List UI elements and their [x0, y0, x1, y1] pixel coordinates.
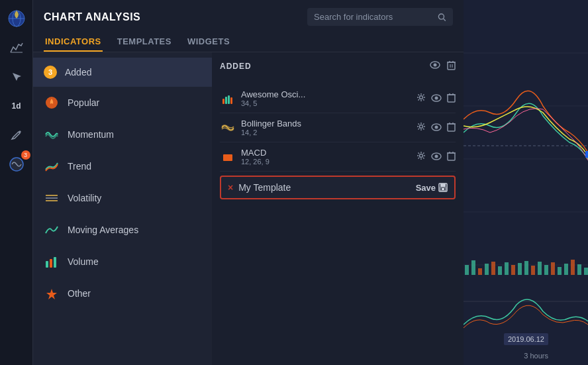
visibility-all-icon[interactable]: [430, 60, 440, 72]
svg-rect-23: [222, 99, 224, 104]
oscillator-badge: 3: [21, 150, 30, 160]
tab-indicators[interactable]: INDICATORS: [44, 32, 103, 52]
category-label-added: Added: [65, 67, 91, 78]
chart-svg: [464, 0, 588, 365]
indicator-info-macd: MACD 12, 26, 9: [241, 148, 411, 166]
svg-point-5: [439, 14, 444, 19]
app-title: CHART ANALYSIS: [44, 11, 140, 23]
svg-rect-67: [511, 265, 515, 275]
template-save-button[interactable]: Save: [416, 183, 448, 193]
svg-rect-68: [518, 263, 522, 275]
indicator-name-1: Bollinger Bands: [241, 119, 411, 129]
category-item-moving-averages[interactable]: Moving Averages: [33, 214, 212, 246]
search-bar[interactable]: [307, 8, 453, 26]
svg-rect-63: [485, 264, 489, 275]
category-item-popular[interactable]: Popular: [33, 87, 212, 119]
panel-header: ADDED: [220, 60, 456, 78]
added-badge: 3: [44, 66, 57, 79]
visibility-icon-0[interactable]: [431, 93, 442, 104]
indicator-name-0: Awesome Osci...: [241, 89, 411, 99]
category-item-added[interactable]: 3 Added: [33, 58, 212, 87]
svg-rect-12: [50, 259, 52, 268]
indicator-info-bollinger: Bollinger Bands 14, 2: [241, 119, 411, 136]
svg-rect-73: [551, 262, 555, 275]
other-icon: [44, 286, 60, 301]
save-disk-icon: [438, 183, 448, 192]
category-label-other: Other: [68, 288, 91, 299]
popular-icon: [44, 95, 60, 111]
pencil-icon[interactable]: [5, 123, 28, 147]
visibility-icon-2[interactable]: [431, 152, 442, 162]
chart-date-label: 2019.06.12: [504, 333, 548, 345]
category-label-momentum: Momentum: [68, 129, 114, 140]
header: CHART ANALYSIS INDICATORS TEMPLATES WIDG…: [33, 0, 464, 52]
oscillator-icon[interactable]: 3: [5, 152, 28, 176]
globe-icon[interactable]: [5, 7, 28, 30]
svg-rect-52: [442, 188, 444, 190]
save-label: Save: [416, 183, 436, 193]
visibility-icon-1[interactable]: [431, 123, 442, 133]
delete-icon-0[interactable]: [447, 93, 456, 105]
header-title-area: CHART ANALYSIS: [44, 11, 140, 23]
svg-line-6: [444, 19, 446, 21]
svg-point-29: [435, 96, 438, 99]
volume-icon: [44, 254, 60, 270]
indicator-actions-1: [416, 122, 456, 134]
category-item-momentum[interactable]: Momentum: [33, 119, 212, 150]
svg-point-27: [420, 96, 423, 99]
svg-rect-70: [531, 266, 535, 275]
category-label-volume: Volume: [68, 256, 99, 267]
indicator-row-awesome-osci: Awesome Osci... 34, 5: [220, 84, 456, 113]
tab-templates[interactable]: TEMPLATES: [116, 32, 173, 52]
category-label-trend: Trend: [68, 161, 91, 172]
cursor-icon[interactable]: [5, 65, 28, 89]
svg-rect-50: [440, 183, 446, 187]
indicator-params-0: 34, 5: [241, 99, 411, 107]
header-top: CHART ANALYSIS: [44, 8, 453, 26]
indicator-info-awesome-osci: Awesome Osci... 34, 5: [241, 89, 411, 107]
svg-rect-30: [448, 95, 455, 102]
svg-rect-61: [471, 260, 475, 275]
tab-widgets[interactable]: WIDGETS: [186, 32, 231, 52]
template-name-input[interactable]: [238, 182, 410, 193]
bollinger-icon: [220, 120, 236, 136]
category-item-volatility[interactable]: Volatility: [33, 182, 212, 214]
category-item-volume[interactable]: Volume: [33, 246, 212, 278]
svg-rect-45: [448, 153, 455, 160]
svg-rect-71: [538, 262, 542, 275]
template-row: × Save: [220, 176, 456, 199]
awesome-osci-icon: [220, 91, 236, 107]
delete-all-icon[interactable]: [447, 60, 456, 72]
category-item-other[interactable]: Other: [33, 278, 212, 309]
indicator-params-1: 14, 2: [241, 129, 411, 136]
svg-rect-75: [564, 264, 568, 275]
category-item-trend[interactable]: Trend: [33, 150, 212, 182]
content: 3 Added Popular: [33, 52, 464, 365]
panel-header-label: ADDED: [220, 62, 252, 71]
indicator-row-bollinger: Bollinger Bands 14, 2: [220, 113, 456, 142]
indicator-name-2: MACD: [241, 148, 411, 158]
category-list: 3 Added Popular: [33, 52, 212, 365]
settings-icon-2[interactable]: [416, 151, 426, 162]
search-input[interactable]: [314, 12, 434, 22]
svg-rect-26: [230, 97, 232, 104]
delete-icon-2[interactable]: [447, 151, 456, 163]
svg-point-44: [435, 154, 438, 158]
indicator-params-2: 12, 26, 9: [241, 158, 411, 166]
category-label-volatility: Volatility: [68, 193, 101, 203]
chart-timeframe-label: 3 hours: [524, 352, 548, 360]
settings-icon-0[interactable]: [416, 93, 426, 104]
indicator-actions-0: [416, 93, 456, 105]
chart-icon[interactable]: [5, 36, 28, 60]
category-label-moving-averages: Moving Averages: [68, 225, 138, 235]
delete-icon-1[interactable]: [447, 122, 456, 134]
chart-area: 2019.06.12 3 hours: [464, 0, 588, 365]
svg-point-34: [420, 125, 423, 129]
timeframe-label[interactable]: 1d: [5, 94, 28, 118]
svg-rect-76: [571, 260, 575, 275]
svg-point-36: [435, 125, 438, 129]
svg-rect-66: [505, 262, 509, 275]
settings-icon-1[interactable]: [416, 122, 426, 133]
indicator-row-macd: MACD 12, 26, 9: [220, 142, 456, 172]
template-close-button[interactable]: ×: [228, 182, 233, 193]
